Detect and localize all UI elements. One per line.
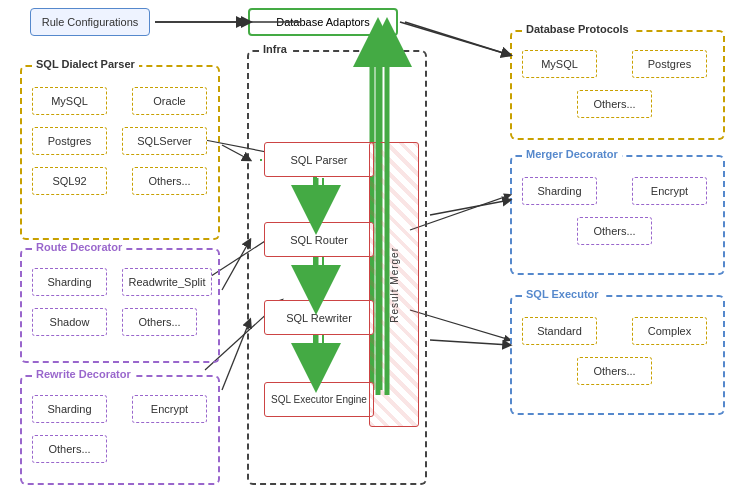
db-adaptors-box: Database Adaptors — [248, 8, 398, 36]
rule-configurations-box: Rule Configurations — [30, 8, 150, 36]
rewrite-sharding: Sharding — [32, 395, 107, 423]
infra-title: Infra — [259, 43, 291, 55]
dialect-mysql: MySQL — [32, 87, 107, 115]
db-protocols-section: Database Protocols MySQL Postgres Others… — [510, 30, 725, 140]
executor-standard: Standard — [522, 317, 597, 345]
merger-others: Others... — [577, 217, 652, 245]
db-protocols-title: Database Protocols — [522, 23, 633, 35]
protocol-postgres: Postgres — [632, 50, 707, 78]
route-decorator-section: Route Decorator Sharding Readwrite_Split… — [20, 248, 220, 363]
route-others: Others... — [122, 308, 197, 336]
protocol-mysql: MySQL — [522, 50, 597, 78]
executor-others: Others... — [577, 357, 652, 385]
rewrite-decorator-section: Rewrite Decorator Sharding Encrypt Other… — [20, 375, 220, 485]
rewrite-decorator-title: Rewrite Decorator — [32, 368, 135, 380]
rewrite-encrypt: Encrypt — [132, 395, 207, 423]
sql-executor-section: SQL Executor Standard Complex Others... — [510, 295, 725, 415]
svg-line-23 — [430, 200, 510, 215]
sql-executor-title: SQL Executor — [522, 288, 603, 300]
infra-section: Infra SQL Parser SQL Router SQL Rewriter… — [247, 50, 427, 485]
dialect-oracle: Oracle — [132, 87, 207, 115]
rule-configurations-label: Rule Configurations — [42, 16, 139, 28]
sql-executor-engine-box: SQL Executor Engine — [264, 382, 374, 417]
sql-router-box: SQL Router — [264, 222, 374, 257]
sql-rewriter-box: SQL Rewriter — [264, 300, 374, 335]
svg-line-20 — [222, 145, 250, 160]
svg-line-22 — [222, 320, 250, 390]
route-decorator-title: Route Decorator — [32, 241, 126, 253]
sql-dialect-title: SQL Dialect Parser — [32, 58, 139, 70]
dialect-others: Others... — [132, 167, 207, 195]
db-adaptors-label: Database Adaptors — [276, 16, 370, 28]
merger-sharding: Sharding — [522, 177, 597, 205]
result-merger-box: Result Merger — [369, 142, 419, 427]
route-sharding: Sharding — [32, 268, 107, 296]
protocol-others: Others... — [577, 90, 652, 118]
route-shadow: Shadow — [32, 308, 107, 336]
diagram: Rule Configurations Database Adaptors SQ… — [0, 0, 741, 501]
rewrite-others: Others... — [32, 435, 107, 463]
sql-parser-box: SQL Parser — [264, 142, 374, 177]
dialect-sql92: SQL92 — [32, 167, 107, 195]
merger-decorator-title: Merger Decorator — [522, 148, 622, 160]
dialect-postgres: Postgres — [32, 127, 107, 155]
merger-encrypt: Encrypt — [632, 177, 707, 205]
svg-line-21 — [222, 240, 250, 290]
executor-complex: Complex — [632, 317, 707, 345]
merger-decorator-section: Merger Decorator Sharding Encrypt Others… — [510, 155, 725, 275]
sql-dialect-section: SQL Dialect Parser MySQL Oracle Postgres… — [20, 65, 220, 240]
route-readwrite: Readwrite_Split — [122, 268, 212, 296]
svg-line-24 — [430, 340, 510, 345]
dialect-sqlserver: SQLServer — [122, 127, 207, 155]
